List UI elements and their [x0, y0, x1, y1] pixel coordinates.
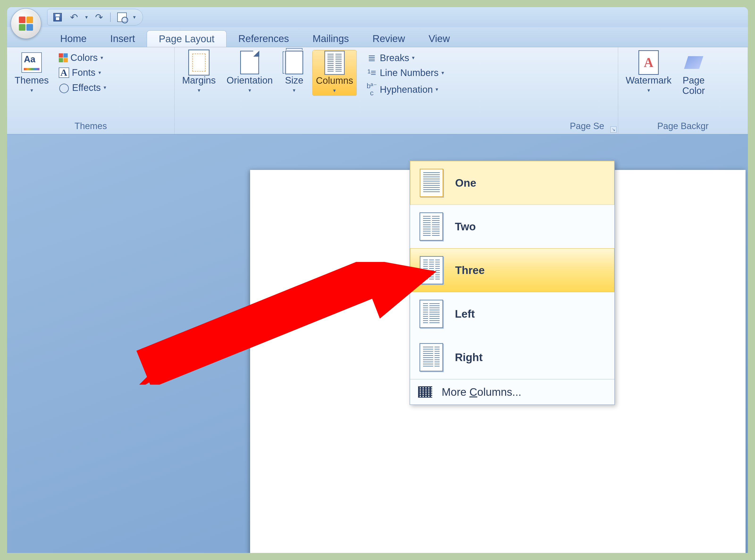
margins-button[interactable]: Margins ▾ — [179, 50, 219, 95]
chevron-down-icon: ▾ — [104, 84, 106, 91]
columns-option-left[interactable]: Left — [410, 292, 614, 336]
columns-two-label: Two — [455, 220, 476, 233]
columns-left-label: Left — [455, 307, 475, 320]
group-page-setup-label: Page Se — [179, 120, 614, 133]
chevron-down-icon: ▾ — [293, 87, 295, 94]
more-columns-label: More Columns... — [442, 386, 521, 398]
columns-dropdown: One Two Three Left Right More Columns... — [410, 160, 615, 405]
app-window: ↶ ▾ ↷ ▾ Home Insert Page Layout Referenc… — [7, 7, 748, 553]
hyphenation-label: Hyphenation — [380, 84, 433, 95]
columns-label: Columns — [316, 75, 353, 86]
columns-right-label: Right — [455, 351, 483, 364]
tab-view[interactable]: View — [417, 31, 462, 47]
save-button[interactable] — [52, 12, 63, 22]
three-column-icon — [420, 256, 443, 284]
page-color-button[interactable]: Page Color — [679, 50, 708, 98]
chevron-down-icon: ▾ — [101, 55, 103, 61]
undo-button[interactable]: ↶ — [69, 12, 79, 22]
orientation-label: Orientation — [226, 75, 273, 85]
themes-label: Themes — [15, 75, 49, 85]
qat-separator — [110, 13, 111, 22]
group-page-background: Watermark ▾ Page Color Page Backgr — [618, 47, 748, 134]
chevron-down-icon: ▾ — [435, 86, 438, 93]
document-area — [7, 135, 748, 553]
two-column-icon — [420, 213, 443, 241]
undo-dropdown-icon[interactable]: ▾ — [85, 14, 88, 20]
columns-option-one[interactable]: One — [410, 161, 614, 205]
orientation-icon — [240, 51, 259, 74]
columns-icon — [324, 51, 345, 75]
columns-three-label: Three — [455, 264, 485, 277]
themes-button[interactable]: Themes ▾ — [11, 50, 52, 95]
colors-button[interactable]: Colors ▾ — [56, 52, 109, 64]
print-preview-icon — [117, 13, 127, 22]
colors-label: Colors — [70, 53, 98, 63]
office-button[interactable] — [11, 8, 41, 39]
tab-page-layout[interactable]: Page Layout — [147, 31, 226, 47]
print-preview-button[interactable] — [117, 12, 127, 22]
group-page-background-label: Page Backgr — [623, 120, 743, 133]
redo-button[interactable]: ↷ — [94, 12, 104, 22]
columns-one-label: One — [455, 177, 476, 189]
breaks-icon: ≣ — [367, 53, 377, 63]
qat-customize-icon[interactable]: ▾ — [133, 14, 136, 20]
tab-mailings[interactable]: Mailings — [301, 31, 361, 47]
themes-icon — [21, 53, 42, 73]
chevron-down-icon: ▾ — [30, 87, 33, 94]
title-bar: ↶ ▾ ↷ ▾ — [7, 7, 748, 27]
page-color-icon — [684, 56, 703, 69]
right-column-icon — [420, 343, 443, 372]
breaks-label: Breaks — [380, 53, 409, 63]
fonts-label: Fonts — [72, 67, 96, 78]
hyphenation-icon: bª⁻c — [367, 82, 377, 97]
ribbon-tabs: Home Insert Page Layout References Maili… — [7, 27, 748, 47]
office-logo-icon — [19, 17, 33, 31]
size-button[interactable]: Size ▾ — [280, 50, 308, 95]
page-color-label: Page Color — [682, 75, 705, 96]
columns-option-three[interactable]: Three — [410, 248, 614, 292]
tab-references[interactable]: References — [226, 31, 301, 47]
one-column-icon — [420, 169, 443, 197]
columns-option-right[interactable]: Right — [410, 336, 614, 379]
more-columns-button[interactable]: More Columns... — [410, 379, 614, 404]
size-icon — [285, 51, 303, 74]
breaks-button[interactable]: ≣ Breaks ▾ — [364, 52, 446, 64]
fonts-button[interactable]: A Fonts ▾ — [56, 66, 109, 79]
group-themes-label: Themes — [11, 120, 170, 133]
save-icon — [53, 13, 62, 21]
chevron-down-icon: ▾ — [442, 70, 444, 76]
chevron-down-icon: ▾ — [198, 87, 200, 94]
line-numbers-button[interactable]: ¹≡ Line Numbers ▾ — [364, 66, 446, 79]
columns-option-two[interactable]: Two — [410, 205, 614, 248]
hyphenation-button[interactable]: bª⁻c Hyphenation ▾ — [364, 81, 446, 98]
watermark-label: Watermark — [626, 75, 672, 85]
page-setup-dialog-launcher[interactable]: ↘ — [610, 126, 616, 133]
chevron-down-icon: ▾ — [648, 87, 650, 94]
effects-icon: ◯ — [59, 82, 69, 93]
effects-label: Effects — [72, 82, 101, 93]
chevron-down-icon: ▾ — [333, 87, 336, 94]
more-columns-icon — [418, 386, 432, 398]
fonts-icon: A — [59, 67, 69, 78]
chevron-down-icon: ▾ — [412, 55, 414, 61]
watermark-button[interactable]: Watermark ▾ — [623, 50, 675, 95]
columns-button[interactable]: Columns ▾ — [312, 50, 357, 96]
left-column-icon — [420, 300, 443, 328]
line-numbers-icon: ¹≡ — [367, 67, 377, 78]
effects-button[interactable]: ◯ Effects ▾ — [56, 81, 109, 94]
chevron-down-icon: ▾ — [98, 69, 101, 76]
tab-review[interactable]: Review — [361, 31, 417, 47]
tab-home[interactable]: Home — [48, 31, 98, 47]
group-themes: Themes ▾ Colors ▾ A Fonts ▾ ◯ — [7, 47, 175, 134]
tab-insert[interactable]: Insert — [98, 31, 147, 47]
margins-icon — [188, 49, 209, 76]
orientation-button[interactable]: Orientation ▾ — [223, 50, 276, 95]
ribbon: Themes ▾ Colors ▾ A Fonts ▾ ◯ — [7, 47, 748, 135]
colors-icon — [59, 53, 68, 62]
group-page-setup: Margins ▾ Orientation ▾ Size ▾ Columns ▾ — [175, 47, 618, 134]
chevron-down-icon: ▾ — [248, 87, 251, 94]
line-numbers-label: Line Numbers — [380, 67, 438, 78]
watermark-icon — [638, 50, 659, 75]
size-label: Size — [285, 75, 303, 85]
quick-access-toolbar: ↶ ▾ ↷ ▾ — [47, 9, 143, 25]
